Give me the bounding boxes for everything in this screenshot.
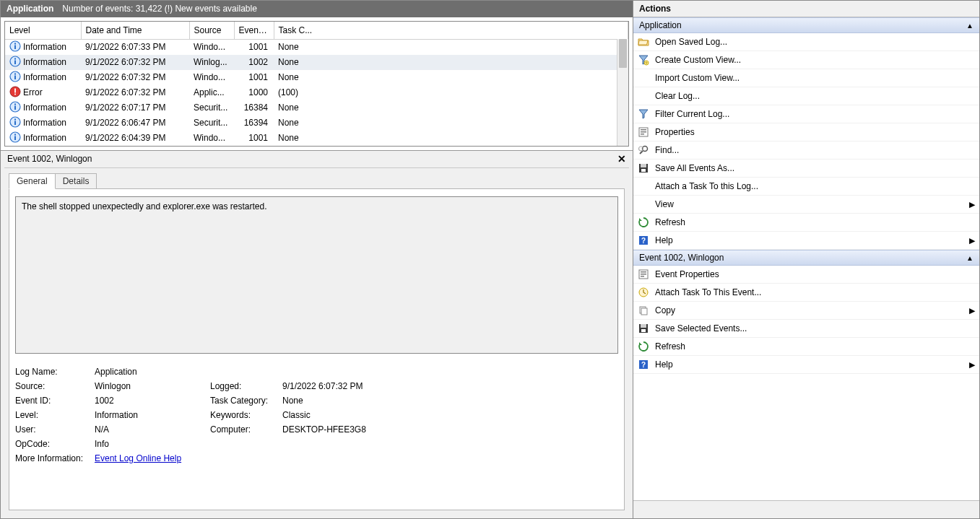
action-attach-a-task-to-this-log[interactable]: Attach a Task To this Log...: [633, 178, 979, 196]
action-copy[interactable]: Copy▶: [633, 302, 979, 320]
event-date: 9/1/2022 6:07:32 PM: [81, 70, 189, 85]
action-find[interactable]: Find...: [633, 141, 979, 160]
action-import-custom-view[interactable]: Import Custom View...: [633, 69, 979, 87]
blank-icon: [638, 90, 649, 102]
tab-general[interactable]: General: [9, 173, 56, 189]
event-task: None: [274, 115, 628, 131]
col-date[interactable]: Date and Time: [81, 22, 189, 39]
event-id: 16394: [234, 115, 274, 131]
event-source: Windo...: [189, 70, 234, 85]
lab-computer: Computer:: [210, 424, 282, 435]
event-date: 9/1/2022 6:07:33 PM: [81, 39, 189, 55]
action-label: View: [655, 199, 963, 209]
actions-section-application[interactable]: Application ▲: [633, 17, 979, 33]
blank-icon: [638, 72, 649, 84]
lab-logname: Log Name:: [15, 367, 95, 377]
properties-icon: [638, 126, 649, 138]
event-id: 1002: [234, 55, 274, 70]
val-source: Winlogon: [95, 381, 210, 391]
action-clear-log[interactable]: Clear Log...: [633, 87, 979, 105]
action-save-all-events-as[interactable]: Save All Events As...: [633, 160, 979, 178]
find-icon: [638, 144, 649, 156]
action-open-saved-log[interactable]: Open Saved Log...: [633, 33, 979, 51]
action-label: Properties: [655, 127, 975, 137]
val-logname: Application: [95, 367, 618, 377]
event-task: None: [274, 100, 628, 115]
tab-body-general: The shell stopped unexpectedly and explo…: [9, 188, 625, 511]
event-date: 9/1/2022 6:07:32 PM: [81, 55, 189, 70]
action-refresh[interactable]: Refresh: [633, 338, 979, 356]
lab-moreinfo: More Information:: [15, 453, 95, 463]
col-source[interactable]: Source: [189, 22, 234, 39]
event-id: 1001: [234, 39, 274, 55]
detail-title: Event 1002, Winlogon: [7, 154, 92, 164]
action-label: Save Selected Events...: [655, 323, 975, 333]
col-level[interactable]: Level: [5, 22, 81, 39]
help-icon: [638, 235, 649, 246]
action-properties[interactable]: Properties: [633, 123, 979, 141]
event-row[interactable]: Information9/1/2022 6:07:17 PMSecurit...…: [5, 100, 628, 115]
actions-panel: Actions Application ▲ Open Saved Log...C…: [633, 0, 980, 519]
val-level: Information: [95, 410, 210, 420]
event-level: Information: [23, 72, 66, 82]
event-level: Information: [23, 103, 66, 113]
main-panel: Application Number of events: 31,422 (!)…: [0, 0, 633, 519]
event-row[interactable]: Information9/1/2022 6:07:33 PMWindo...10…: [5, 39, 628, 55]
event-level: Error: [23, 87, 43, 97]
actions-section-event[interactable]: Event 1002, Winlogon ▲: [633, 250, 979, 266]
event-row[interactable]: Information9/1/2022 6:06:47 PMSecurit...…: [5, 115, 628, 131]
event-task: None: [274, 70, 628, 85]
error-icon: [9, 86, 21, 100]
lab-source: Source:: [15, 381, 95, 391]
event-list-panel: Level Date and Time Source Event ID Task…: [1, 17, 633, 151]
event-task: None: [274, 131, 628, 146]
lab-user: User:: [15, 424, 95, 435]
event-list-scrollbar[interactable]: [617, 39, 628, 146]
section-title-event: Event 1002, Winlogon: [639, 253, 724, 263]
col-eventid[interactable]: Event ID: [234, 22, 274, 39]
val-opcode: Info: [95, 439, 618, 449]
event-row[interactable]: Error9/1/2022 6:07:32 PMApplic...1000(10…: [5, 85, 628, 100]
action-label: Import Custom View...: [655, 73, 975, 83]
scrollbar-thumb[interactable]: [619, 39, 627, 68]
val-computer: DESKTOP-HFEE3G8: [282, 424, 618, 435]
col-taskcat[interactable]: Task C...: [274, 22, 628, 39]
event-source: Windo...: [189, 131, 234, 146]
event-level: Information: [23, 133, 66, 143]
event-level: Information: [23, 57, 66, 67]
blank-icon: [638, 199, 649, 210]
tab-details[interactable]: Details: [55, 173, 97, 188]
filter-new-icon: [638, 54, 649, 66]
submenu-arrow-icon: ▶: [969, 306, 975, 315]
event-row[interactable]: Information9/1/2022 6:07:32 PMWindo...10…: [5, 70, 628, 85]
info-icon: [9, 101, 21, 115]
help-link[interactable]: Event Log Online Help: [95, 453, 181, 463]
action-help[interactable]: Help▶: [633, 356, 979, 374]
close-detail-button[interactable]: ✕: [617, 153, 626, 165]
info-icon: [9, 56, 21, 69]
action-help[interactable]: Help▶: [633, 232, 979, 250]
event-id: 16384: [234, 100, 274, 115]
info-icon: [9, 71, 21, 84]
action-event-properties[interactable]: Event Properties: [633, 266, 979, 284]
action-create-custom-view[interactable]: Create Custom View...: [633, 51, 979, 69]
event-date: 9/1/2022 6:06:47 PM: [81, 115, 189, 131]
event-row[interactable]: Information9/1/2022 6:07:32 PMWinlog...1…: [5, 55, 628, 70]
collapse-icon: ▲: [966, 254, 974, 262]
action-label: Save All Events As...: [655, 163, 975, 173]
event-row[interactable]: Information9/1/2022 6:04:39 PMWindo...10…: [5, 131, 628, 146]
action-save-selected-events[interactable]: Save Selected Events...: [633, 320, 979, 338]
action-view[interactable]: View▶: [633, 196, 979, 214]
event-source: Windo...: [189, 39, 234, 55]
action-attach-task-to-this-event[interactable]: Attach Task To This Event...: [633, 284, 979, 302]
lab-opcode: OpCode:: [15, 439, 95, 449]
event-task: None: [274, 39, 628, 55]
blank-icon: [638, 180, 649, 192]
lab-taskcat: Task Category:: [210, 396, 282, 406]
attach-icon: [638, 287, 649, 298]
action-refresh[interactable]: Refresh: [633, 214, 979, 232]
event-grid[interactable]: Level Date and Time Source Event ID Task…: [5, 22, 628, 146]
event-detail-panel: Event 1002, Winlogon ✕ General Details T…: [1, 151, 633, 519]
properties-icon: [638, 269, 649, 280]
action-filter-current-log[interactable]: Filter Current Log...: [633, 105, 979, 123]
